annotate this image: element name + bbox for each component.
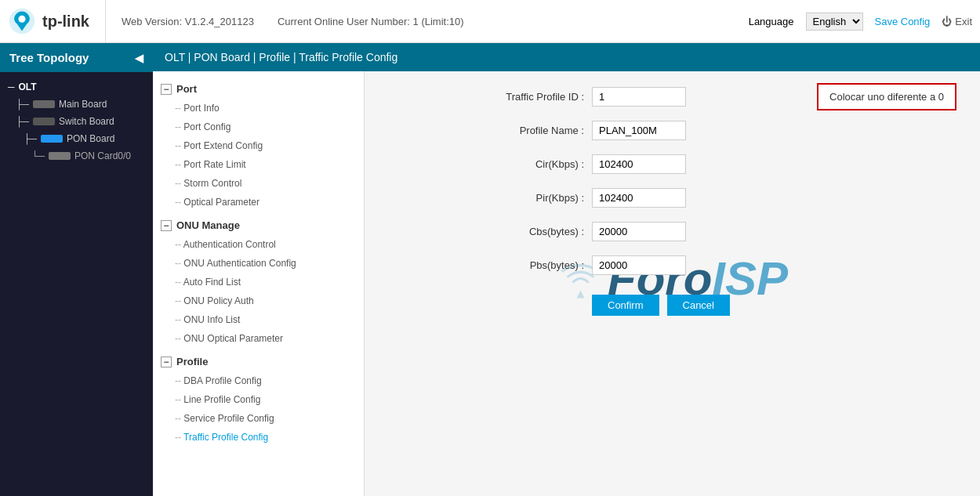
label-pbs: Pbs(bytes) :	[451, 259, 592, 271]
tree-connector2: ├─	[16, 116, 29, 127]
input-pbs[interactable]	[592, 255, 686, 275]
olt-label: OLT	[19, 81, 37, 92]
onu-section-header[interactable]: − ONU Manage	[153, 215, 364, 235]
form-row-pir: Pir(Kbps) :	[388, 188, 956, 208]
tree-item-switchboard[interactable]: ├─ Switch Board	[0, 113, 153, 130]
label-traffic-profile-id: Traffic Profile ID :	[451, 91, 592, 103]
tree-item-mainboard[interactable]: ├─ Main Board	[0, 96, 153, 113]
nav-onu-auth-config[interactable]: ONU Authentication Config	[153, 254, 364, 273]
tree-area: ─ OLT ├─ Main Board ├─ Switch Board ├─ P…	[0, 72, 153, 171]
logo-text: tp-link	[42, 13, 89, 31]
nav-onu-info-list[interactable]: ONU Info List	[153, 310, 364, 329]
pon-board-label: PON Board	[67, 133, 114, 144]
nav-optical-parameter[interactable]: Optical Parameter	[153, 193, 364, 212]
port-section-header[interactable]: − Port	[153, 79, 364, 99]
input-cir[interactable]	[592, 154, 686, 174]
sidebar: Tree Topology ◀ ─ OLT ├─ Main Board ├─ S…	[0, 43, 153, 496]
nav-port-config[interactable]: Port Config	[153, 118, 364, 136]
power-icon: ⏻	[942, 16, 952, 27]
sidebar-title: Tree Topology	[9, 51, 89, 64]
port-section-label: Port	[176, 83, 197, 95]
tree-item-ponboard[interactable]: ├─ PON Board	[0, 130, 153, 147]
tooltip-box: Colocar uno diferente a 0	[817, 83, 956, 110]
tooltip-text: Colocar uno diferente a 0	[829, 91, 944, 103]
profile-section-header[interactable]: − Profile	[153, 352, 364, 371]
tree-connector3: └─	[31, 150, 45, 161]
cancel-button[interactable]: Cancel	[667, 295, 730, 316]
header: tp-link Web Version: V1.2.4_201123 Curre…	[0, 0, 980, 43]
tree-item-olt[interactable]: ─ OLT	[0, 78, 153, 96]
nav-section-onu: − ONU Manage Authentication Control ONU …	[153, 215, 364, 348]
input-cbs[interactable]	[592, 222, 686, 241]
nav-storm-control[interactable]: Storm Control	[153, 174, 364, 193]
nav-section-profile: − Profile DBA Profile Config Line Profil…	[153, 352, 364, 447]
input-traffic-profile-id[interactable]	[592, 87, 686, 107]
label-cir: Cir(Kbps) :	[451, 158, 592, 170]
content-area: OLT | PON Board | Profile | Traffic Prof…	[153, 43, 980, 496]
header-right: Language English Save Config ⏻ Exit	[749, 13, 972, 31]
form-content: Traffic Profile ID : Profile Name : Cir(…	[388, 87, 956, 316]
tree-item-poncard[interactable]: └─ PON Card0/0	[0, 147, 153, 165]
nav-onu-policy-auth[interactable]: ONU Policy Auth	[153, 291, 364, 310]
form-row-cir: Cir(Kbps) :	[388, 154, 956, 174]
input-profile-name[interactable]	[592, 121, 686, 140]
label-cbs: Cbs(bytes) :	[451, 226, 592, 237]
language-select[interactable]: English	[806, 13, 863, 31]
nav-port-rate-limit[interactable]: Port Rate Limit	[153, 155, 364, 174]
button-row: Confirm Cancel	[388, 295, 956, 316]
tp-link-logo-icon	[8, 7, 36, 35]
pon-board-icon	[41, 135, 63, 143]
collapse-button[interactable]: ◀	[135, 52, 143, 64]
expand-icon: ├─	[24, 133, 37, 144]
nav-service-profile[interactable]: Service Profile Config	[153, 409, 364, 428]
switch-board-icon	[33, 118, 55, 125]
nav-port-info[interactable]: Port Info	[153, 99, 364, 118]
main-layout: Tree Topology ◀ ─ OLT ├─ Main Board ├─ S…	[0, 43, 980, 496]
label-pir: Pir(Kbps) :	[451, 192, 592, 204]
sidebar-header: Tree Topology ◀	[0, 43, 153, 72]
exit-button[interactable]: ⏻ Exit	[942, 16, 972, 27]
label-profile-name: Profile Name :	[451, 125, 592, 136]
minus-icon-onu: −	[161, 220, 172, 231]
switch-board-label: Switch Board	[59, 116, 114, 127]
form-row-pbs: Pbs(bytes) :	[388, 255, 956, 275]
minus-icon-profile: −	[161, 357, 172, 367]
exit-label: Exit	[955, 16, 972, 27]
confirm-button[interactable]: Confirm	[592, 295, 659, 316]
breadcrumb-text: OLT | PON Board | Profile | Traffic Prof…	[165, 51, 397, 63]
input-pir[interactable]	[592, 188, 686, 208]
nav-port-extend-config[interactable]: Port Extend Config	[153, 136, 364, 155]
header-info: Web Version: V1.2.4_201123 Current Onlin…	[122, 16, 749, 27]
nav-dba-profile[interactable]: DBA Profile Config	[153, 371, 364, 390]
pon-card-label: PON Card0/0	[74, 150, 131, 161]
logo-area: tp-link	[8, 0, 106, 42]
main-board-icon	[33, 100, 55, 108]
minus-icon-port: −	[161, 84, 172, 95]
language-label: Language	[749, 16, 794, 27]
tree-connector: ├─	[16, 99, 29, 110]
pon-card-icon	[49, 152, 71, 160]
online-users: Current Online User Number: 1 (Limit:10)	[278, 16, 464, 27]
nav-section-port: − Port Port Info Port Config Port Extend…	[153, 79, 364, 212]
nav-onu-optical-param[interactable]: ONU Optical Parameter	[153, 329, 364, 348]
form-area: Colocar uno diferente a 0 ForoISP	[365, 71, 980, 496]
left-nav: − Port Port Info Port Config Port Extend…	[153, 71, 365, 496]
minus-icon: ─	[8, 81, 15, 92]
nav-auto-find-list[interactable]: Auto Find List	[153, 273, 364, 291]
web-version: Web Version: V1.2.4_201123	[122, 16, 254, 27]
form-row-profile-name: Profile Name :	[388, 121, 956, 140]
nav-line-profile[interactable]: Line Profile Config	[153, 390, 364, 409]
main-board-label: Main Board	[59, 99, 107, 110]
nav-auth-control[interactable]: Authentication Control	[153, 235, 364, 254]
onu-section-label: ONU Manage	[176, 219, 240, 231]
form-row-cbs: Cbs(bytes) :	[388, 222, 956, 241]
svg-point-1	[19, 16, 26, 23]
nav-traffic-profile[interactable]: Traffic Profile Config	[153, 428, 364, 447]
breadcrumb: OLT | PON Board | Profile | Traffic Prof…	[153, 43, 980, 71]
save-config-link[interactable]: Save Config	[875, 16, 931, 27]
content-body: − Port Port Info Port Config Port Extend…	[153, 71, 980, 496]
profile-section-label: Profile	[176, 356, 208, 367]
